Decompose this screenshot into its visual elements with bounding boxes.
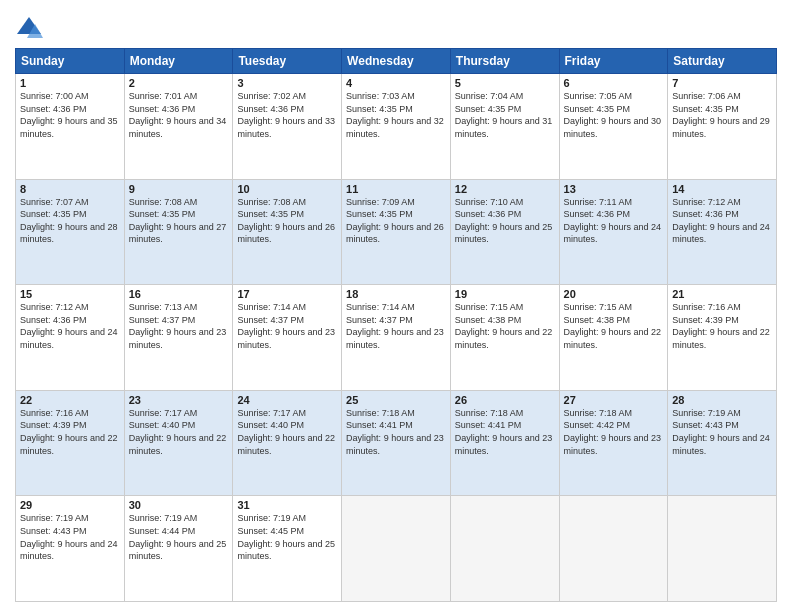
calendar-cell: 4Sunrise: 7:03 AMSunset: 4:35 PMDaylight…	[342, 74, 451, 180]
cell-content: Sunrise: 7:18 AMSunset: 4:41 PMDaylight:…	[346, 408, 444, 456]
day-number: 10	[237, 183, 337, 195]
calendar-cell: 10Sunrise: 7:08 AMSunset: 4:35 PMDayligh…	[233, 179, 342, 285]
logo	[15, 14, 47, 42]
cell-content: Sunrise: 7:15 AMSunset: 4:38 PMDaylight:…	[564, 302, 662, 350]
calendar-week-4: 22Sunrise: 7:16 AMSunset: 4:39 PMDayligh…	[16, 390, 777, 496]
calendar-week-3: 15Sunrise: 7:12 AMSunset: 4:36 PMDayligh…	[16, 285, 777, 391]
cell-content: Sunrise: 7:19 AMSunset: 4:43 PMDaylight:…	[20, 513, 118, 561]
day-number: 22	[20, 394, 120, 406]
cell-content: Sunrise: 7:15 AMSunset: 4:38 PMDaylight:…	[455, 302, 553, 350]
cell-content: Sunrise: 7:09 AMSunset: 4:35 PMDaylight:…	[346, 197, 444, 245]
day-number: 23	[129, 394, 229, 406]
cell-content: Sunrise: 7:18 AMSunset: 4:42 PMDaylight:…	[564, 408, 662, 456]
logo-icon	[15, 14, 43, 42]
calendar-cell: 19Sunrise: 7:15 AMSunset: 4:38 PMDayligh…	[450, 285, 559, 391]
day-header-wednesday: Wednesday	[342, 49, 451, 74]
day-number: 17	[237, 288, 337, 300]
calendar-cell: 23Sunrise: 7:17 AMSunset: 4:40 PMDayligh…	[124, 390, 233, 496]
page: SundayMondayTuesdayWednesdayThursdayFrid…	[0, 0, 792, 612]
cell-content: Sunrise: 7:00 AMSunset: 4:36 PMDaylight:…	[20, 91, 118, 139]
cell-content: Sunrise: 7:07 AMSunset: 4:35 PMDaylight:…	[20, 197, 118, 245]
cell-content: Sunrise: 7:05 AMSunset: 4:35 PMDaylight:…	[564, 91, 662, 139]
day-number: 28	[672, 394, 772, 406]
calendar-table: SundayMondayTuesdayWednesdayThursdayFrid…	[15, 48, 777, 602]
calendar-cell	[559, 496, 668, 602]
calendar-cell: 12Sunrise: 7:10 AMSunset: 4:36 PMDayligh…	[450, 179, 559, 285]
day-number: 11	[346, 183, 446, 195]
cell-content: Sunrise: 7:06 AMSunset: 4:35 PMDaylight:…	[672, 91, 770, 139]
calendar-cell	[668, 496, 777, 602]
cell-content: Sunrise: 7:19 AMSunset: 4:45 PMDaylight:…	[237, 513, 335, 561]
cell-content: Sunrise: 7:03 AMSunset: 4:35 PMDaylight:…	[346, 91, 444, 139]
cell-content: Sunrise: 7:10 AMSunset: 4:36 PMDaylight:…	[455, 197, 553, 245]
day-number: 16	[129, 288, 229, 300]
day-number: 1	[20, 77, 120, 89]
day-number: 27	[564, 394, 664, 406]
calendar-cell: 8Sunrise: 7:07 AMSunset: 4:35 PMDaylight…	[16, 179, 125, 285]
calendar-cell: 17Sunrise: 7:14 AMSunset: 4:37 PMDayligh…	[233, 285, 342, 391]
calendar-cell: 7Sunrise: 7:06 AMSunset: 4:35 PMDaylight…	[668, 74, 777, 180]
calendar-cell: 15Sunrise: 7:12 AMSunset: 4:36 PMDayligh…	[16, 285, 125, 391]
cell-content: Sunrise: 7:08 AMSunset: 4:35 PMDaylight:…	[129, 197, 227, 245]
day-number: 26	[455, 394, 555, 406]
cell-content: Sunrise: 7:18 AMSunset: 4:41 PMDaylight:…	[455, 408, 553, 456]
calendar-cell	[450, 496, 559, 602]
day-header-monday: Monday	[124, 49, 233, 74]
calendar-cell: 28Sunrise: 7:19 AMSunset: 4:43 PMDayligh…	[668, 390, 777, 496]
calendar-week-1: 1Sunrise: 7:00 AMSunset: 4:36 PMDaylight…	[16, 74, 777, 180]
calendar-cell: 22Sunrise: 7:16 AMSunset: 4:39 PMDayligh…	[16, 390, 125, 496]
calendar-cell: 2Sunrise: 7:01 AMSunset: 4:36 PMDaylight…	[124, 74, 233, 180]
cell-content: Sunrise: 7:12 AMSunset: 4:36 PMDaylight:…	[20, 302, 118, 350]
day-number: 9	[129, 183, 229, 195]
calendar-cell: 26Sunrise: 7:18 AMSunset: 4:41 PMDayligh…	[450, 390, 559, 496]
cell-content: Sunrise: 7:16 AMSunset: 4:39 PMDaylight:…	[672, 302, 770, 350]
calendar-cell: 3Sunrise: 7:02 AMSunset: 4:36 PMDaylight…	[233, 74, 342, 180]
calendar-cell: 14Sunrise: 7:12 AMSunset: 4:36 PMDayligh…	[668, 179, 777, 285]
calendar-cell: 24Sunrise: 7:17 AMSunset: 4:40 PMDayligh…	[233, 390, 342, 496]
day-number: 3	[237, 77, 337, 89]
day-number: 7	[672, 77, 772, 89]
cell-content: Sunrise: 7:17 AMSunset: 4:40 PMDaylight:…	[237, 408, 335, 456]
calendar-cell: 16Sunrise: 7:13 AMSunset: 4:37 PMDayligh…	[124, 285, 233, 391]
day-number: 8	[20, 183, 120, 195]
day-number: 20	[564, 288, 664, 300]
header	[15, 10, 777, 42]
day-number: 19	[455, 288, 555, 300]
day-header-thursday: Thursday	[450, 49, 559, 74]
calendar-cell: 6Sunrise: 7:05 AMSunset: 4:35 PMDaylight…	[559, 74, 668, 180]
calendar-cell: 5Sunrise: 7:04 AMSunset: 4:35 PMDaylight…	[450, 74, 559, 180]
calendar-week-2: 8Sunrise: 7:07 AMSunset: 4:35 PMDaylight…	[16, 179, 777, 285]
day-header-sunday: Sunday	[16, 49, 125, 74]
day-number: 14	[672, 183, 772, 195]
calendar-cell: 1Sunrise: 7:00 AMSunset: 4:36 PMDaylight…	[16, 74, 125, 180]
calendar-cell: 20Sunrise: 7:15 AMSunset: 4:38 PMDayligh…	[559, 285, 668, 391]
day-header-friday: Friday	[559, 49, 668, 74]
calendar-week-5: 29Sunrise: 7:19 AMSunset: 4:43 PMDayligh…	[16, 496, 777, 602]
day-header-saturday: Saturday	[668, 49, 777, 74]
day-number: 24	[237, 394, 337, 406]
calendar-cell: 18Sunrise: 7:14 AMSunset: 4:37 PMDayligh…	[342, 285, 451, 391]
day-number: 15	[20, 288, 120, 300]
calendar-cell: 30Sunrise: 7:19 AMSunset: 4:44 PMDayligh…	[124, 496, 233, 602]
cell-content: Sunrise: 7:04 AMSunset: 4:35 PMDaylight:…	[455, 91, 553, 139]
day-number: 12	[455, 183, 555, 195]
day-number: 30	[129, 499, 229, 511]
cell-content: Sunrise: 7:01 AMSunset: 4:36 PMDaylight:…	[129, 91, 227, 139]
cell-content: Sunrise: 7:17 AMSunset: 4:40 PMDaylight:…	[129, 408, 227, 456]
day-number: 25	[346, 394, 446, 406]
day-number: 13	[564, 183, 664, 195]
day-number: 4	[346, 77, 446, 89]
calendar-cell: 31Sunrise: 7:19 AMSunset: 4:45 PMDayligh…	[233, 496, 342, 602]
day-number: 31	[237, 499, 337, 511]
calendar-cell: 27Sunrise: 7:18 AMSunset: 4:42 PMDayligh…	[559, 390, 668, 496]
day-number: 21	[672, 288, 772, 300]
cell-content: Sunrise: 7:14 AMSunset: 4:37 PMDaylight:…	[346, 302, 444, 350]
day-header-tuesday: Tuesday	[233, 49, 342, 74]
cell-content: Sunrise: 7:02 AMSunset: 4:36 PMDaylight:…	[237, 91, 335, 139]
calendar-cell: 21Sunrise: 7:16 AMSunset: 4:39 PMDayligh…	[668, 285, 777, 391]
cell-content: Sunrise: 7:14 AMSunset: 4:37 PMDaylight:…	[237, 302, 335, 350]
cell-content: Sunrise: 7:19 AMSunset: 4:43 PMDaylight:…	[672, 408, 770, 456]
cell-content: Sunrise: 7:12 AMSunset: 4:36 PMDaylight:…	[672, 197, 770, 245]
day-number: 2	[129, 77, 229, 89]
calendar-header-row: SundayMondayTuesdayWednesdayThursdayFrid…	[16, 49, 777, 74]
